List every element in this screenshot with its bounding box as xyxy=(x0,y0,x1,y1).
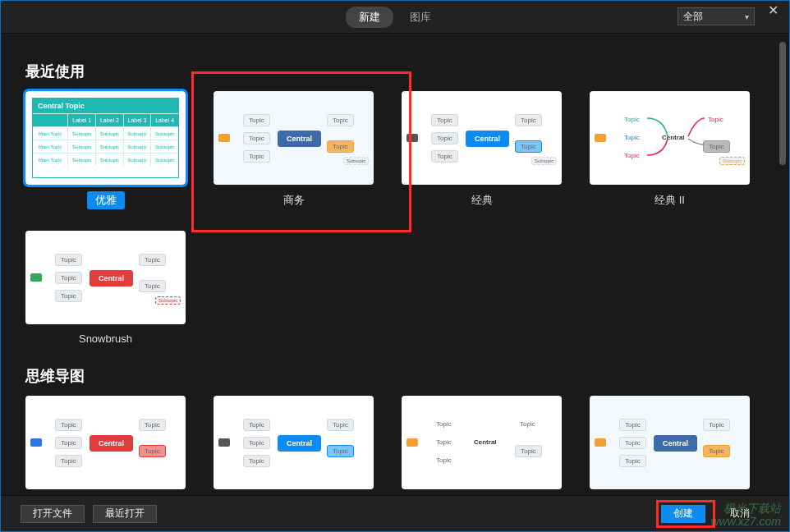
chevron-down-icon: ▾ xyxy=(745,12,749,21)
template-card-mm4[interactable]: Topic Topic Topic Central Topic Topic xyxy=(590,396,750,489)
create-button[interactable]: 创建 xyxy=(661,505,705,523)
thumb-title: Central Topic xyxy=(33,99,178,113)
scrollbar-thumb[interactable] xyxy=(779,42,786,165)
template-thumb: Topic Topic Topic Central Topic Topic xyxy=(25,396,186,489)
template-card-classic[interactable]: Topic Topic Topic Central Topic Topic Su… xyxy=(402,91,562,209)
template-card-mm2[interactable]: Topic Topic Topic Central Topic Topic xyxy=(214,396,374,489)
open-recent-button[interactable]: 最近打开 xyxy=(93,505,157,523)
template-gallery: 最近使用 Central Topic Label 1 Label 2 Label… xyxy=(1,34,789,495)
template-label: 经典 II xyxy=(646,191,693,209)
template-thumb: Topic Topic Topic Central Topic Topic Su… xyxy=(402,91,562,185)
section-title-recent: 最近使用 xyxy=(25,62,765,81)
filter-value: 全部 xyxy=(683,10,703,24)
template-card-classic2[interactable]: Topic Topic Topic Central Topic Topic Su… xyxy=(590,91,750,209)
template-thumb: Topic Topic Topic Central Topic Topic Su… xyxy=(25,231,186,324)
template-label: 商务 xyxy=(275,191,313,209)
mindmap-grid: Topic Topic Topic Central Topic Topic To… xyxy=(25,396,765,489)
template-card-business[interactable]: Topic Topic Topic Central Topic Topic Su… xyxy=(214,91,374,209)
mode-tabs: 新建 图库 xyxy=(346,7,444,28)
bottom-bar: 打开文件 最近打开 创建 取消 xyxy=(1,495,789,531)
template-label: 经典 xyxy=(463,191,501,209)
tab-new[interactable]: 新建 xyxy=(346,7,393,28)
top-bar: 新建 图库 全部 ▾ ✕ xyxy=(1,1,789,34)
section-title-mindmap: 思维导图 xyxy=(25,366,765,386)
template-label: 优雅 xyxy=(87,191,125,209)
recent-grid: Central Topic Label 1 Label 2 Label 3 La… xyxy=(25,91,765,346)
template-thumb: Topic Topic Topic Central Topic Topic xyxy=(214,396,374,489)
template-card-snowbrush[interactable]: Topic Topic Topic Central Topic Topic Su… xyxy=(25,231,186,346)
close-icon[interactable]: ✕ xyxy=(765,2,781,19)
template-card-mm1[interactable]: Topic Topic Topic Central Topic Topic xyxy=(25,396,186,489)
category-filter-select[interactable]: 全部 ▾ xyxy=(677,7,755,25)
tab-gallery[interactable]: 图库 xyxy=(397,7,444,28)
template-thumb: Central Topic Label 1 Label 2 Label 3 La… xyxy=(25,91,186,185)
template-thumb: Topic Topic Topic Central Topic Topic Su… xyxy=(590,91,750,185)
cancel-button[interactable]: 取消 xyxy=(719,505,761,523)
template-label: Snowbrush xyxy=(71,331,140,346)
template-thumb: Topic Topic Topic Central Topic Topic xyxy=(590,396,750,489)
template-thumb: Topic Topic Topic Central Topic Topic xyxy=(402,396,562,489)
open-file-button[interactable]: 打开文件 xyxy=(21,505,85,523)
template-card-elegant[interactable]: Central Topic Label 1 Label 2 Label 3 La… xyxy=(25,91,186,209)
template-card-mm3[interactable]: Topic Topic Topic Central Topic Topic xyxy=(402,396,562,489)
template-thumb: Topic Topic Topic Central Topic Topic Su… xyxy=(214,91,374,185)
